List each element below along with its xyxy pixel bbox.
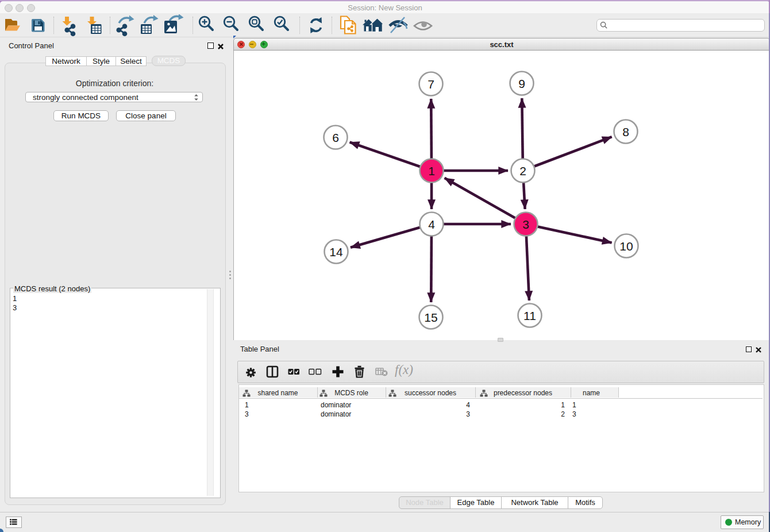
svg-text:10: 10 (619, 240, 633, 253)
svg-text:8: 8 (622, 125, 629, 138)
svg-text:4: 4 (428, 218, 435, 231)
svg-text:11: 11 (523, 309, 536, 322)
svg-text:3: 3 (522, 218, 529, 231)
svg-text:6: 6 (332, 131, 339, 144)
svg-text:15: 15 (424, 311, 437, 324)
svg-text:9: 9 (518, 77, 525, 90)
svg-text:2: 2 (519, 164, 526, 178)
svg-text:14: 14 (329, 245, 343, 259)
svg-text:1: 1 (428, 164, 435, 178)
svg-text:7: 7 (428, 78, 434, 91)
